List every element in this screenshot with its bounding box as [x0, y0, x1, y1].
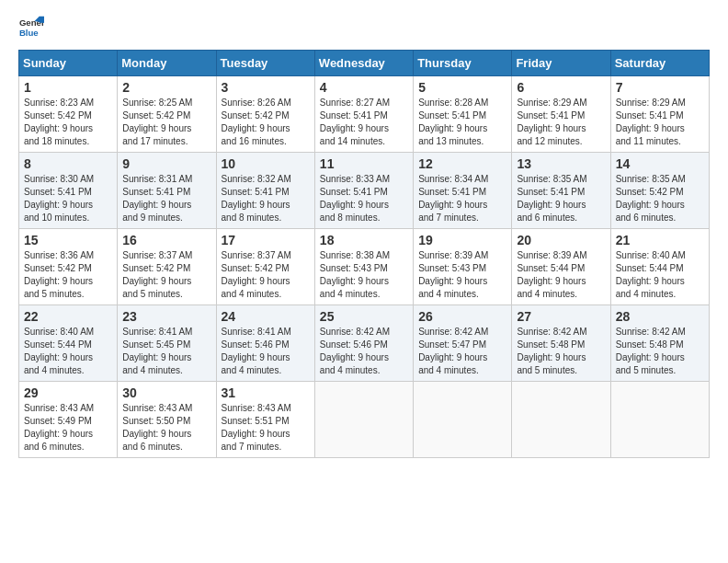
day-number: 7: [616, 80, 704, 95]
calendar-cell: 15Sunrise: 8:36 AMSunset: 5:42 PMDayligh…: [19, 229, 118, 305]
day-info: Sunrise: 8:43 AMSunset: 5:50 PMDaylight:…: [122, 402, 210, 454]
weekday-header-monday: Monday: [118, 51, 216, 76]
calendar-cell: [314, 382, 413, 458]
day-number: 19: [418, 233, 506, 247]
day-info: Sunrise: 8:27 AMSunset: 5:41 PMDaylight:…: [320, 97, 408, 148]
header: General Blue: [18, 15, 710, 40]
calendar-week-row: 15Sunrise: 8:36 AMSunset: 5:42 PMDayligh…: [19, 229, 710, 305]
day-info: Sunrise: 8:36 AMSunset: 5:42 PMDaylight:…: [24, 249, 112, 301]
day-info: Sunrise: 8:42 AMSunset: 5:46 PMDaylight:…: [320, 326, 408, 377]
day-number: 8: [24, 156, 112, 171]
day-info: Sunrise: 8:40 AMSunset: 5:44 PMDaylight:…: [616, 249, 704, 301]
calendar-cell: 11Sunrise: 8:33 AMSunset: 5:41 PMDayligh…: [314, 153, 413, 229]
calendar-cell: 8Sunrise: 8:30 AMSunset: 5:41 PMDaylight…: [19, 153, 118, 229]
calendar-cell: 9Sunrise: 8:31 AMSunset: 5:41 PMDaylight…: [118, 153, 216, 229]
calendar-cell: 20Sunrise: 8:39 AMSunset: 5:44 PMDayligh…: [512, 229, 610, 305]
day-number: 3: [222, 80, 310, 95]
day-number: 20: [517, 233, 605, 247]
calendar-cell: 12Sunrise: 8:34 AMSunset: 5:41 PMDayligh…: [414, 153, 512, 229]
day-info: Sunrise: 8:37 AMSunset: 5:42 PMDaylight:…: [222, 249, 310, 301]
day-number: 24: [222, 309, 310, 324]
day-number: 30: [122, 385, 210, 400]
svg-text:Blue: Blue: [19, 28, 39, 38]
weekday-header-sunday: Sunday: [19, 51, 118, 76]
calendar-week-row: 1Sunrise: 8:23 AMSunset: 5:42 PMDaylight…: [19, 76, 710, 153]
calendar-table: SundayMondayTuesdayWednesdayThursdayFrid…: [18, 50, 710, 458]
day-info: Sunrise: 8:25 AMSunset: 5:42 PMDaylight:…: [122, 97, 210, 148]
day-info: Sunrise: 8:43 AMSunset: 5:51 PMDaylight:…: [222, 402, 310, 454]
calendar-cell: 21Sunrise: 8:40 AMSunset: 5:44 PMDayligh…: [610, 229, 709, 305]
day-number: 12: [418, 156, 506, 171]
calendar-cell: 1Sunrise: 8:23 AMSunset: 5:42 PMDaylight…: [19, 76, 118, 153]
calendar-cell: [414, 382, 512, 458]
weekday-header-row: SundayMondayTuesdayWednesdayThursdayFrid…: [19, 51, 710, 76]
day-info: Sunrise: 8:26 AMSunset: 5:42 PMDaylight:…: [222, 97, 310, 148]
day-info: Sunrise: 8:38 AMSunset: 5:43 PMDaylight:…: [320, 249, 408, 301]
calendar-cell: 10Sunrise: 8:32 AMSunset: 5:41 PMDayligh…: [216, 153, 314, 229]
weekday-header-wednesday: Wednesday: [314, 51, 413, 76]
weekday-header-thursday: Thursday: [414, 51, 512, 76]
day-number: 16: [122, 233, 210, 247]
calendar-cell: 19Sunrise: 8:39 AMSunset: 5:43 PMDayligh…: [414, 229, 512, 305]
day-info: Sunrise: 8:33 AMSunset: 5:41 PMDaylight:…: [320, 173, 408, 224]
day-number: 14: [616, 156, 704, 171]
day-info: Sunrise: 8:41 AMSunset: 5:45 PMDaylight:…: [122, 326, 210, 377]
calendar-cell: 23Sunrise: 8:41 AMSunset: 5:45 PMDayligh…: [118, 305, 216, 382]
calendar-week-row: 8Sunrise: 8:30 AMSunset: 5:41 PMDaylight…: [19, 153, 710, 229]
day-info: Sunrise: 8:30 AMSunset: 5:41 PMDaylight:…: [24, 173, 112, 224]
day-number: 4: [320, 80, 408, 95]
calendar-cell: 17Sunrise: 8:37 AMSunset: 5:42 PMDayligh…: [216, 229, 314, 305]
calendar-cell: [610, 382, 709, 458]
day-info: Sunrise: 8:29 AMSunset: 5:41 PMDaylight:…: [616, 97, 704, 148]
day-number: 22: [24, 309, 112, 324]
day-info: Sunrise: 8:28 AMSunset: 5:41 PMDaylight:…: [418, 97, 506, 148]
day-info: Sunrise: 8:37 AMSunset: 5:42 PMDaylight:…: [122, 249, 210, 301]
weekday-header-tuesday: Tuesday: [216, 51, 314, 76]
day-number: 17: [222, 233, 310, 247]
day-info: Sunrise: 8:32 AMSunset: 5:41 PMDaylight:…: [222, 173, 310, 224]
day-number: 29: [24, 385, 112, 400]
calendar-cell: 13Sunrise: 8:35 AMSunset: 5:41 PMDayligh…: [512, 153, 610, 229]
day-info: Sunrise: 8:35 AMSunset: 5:41 PMDaylight:…: [517, 173, 605, 224]
logo: General Blue: [18, 15, 48, 40]
day-info: Sunrise: 8:39 AMSunset: 5:44 PMDaylight:…: [517, 249, 605, 301]
day-info: Sunrise: 8:40 AMSunset: 5:44 PMDaylight:…: [24, 326, 112, 377]
day-number: 21: [616, 233, 704, 247]
day-info: Sunrise: 8:42 AMSunset: 5:48 PMDaylight:…: [517, 326, 605, 377]
day-info: Sunrise: 8:34 AMSunset: 5:41 PMDaylight:…: [418, 173, 506, 224]
day-number: 5: [418, 80, 506, 95]
day-number: 15: [24, 233, 112, 247]
calendar-cell: 31Sunrise: 8:43 AMSunset: 5:51 PMDayligh…: [216, 382, 314, 458]
calendar-cell: 3Sunrise: 8:26 AMSunset: 5:42 PMDaylight…: [216, 76, 314, 153]
day-number: 31: [222, 385, 310, 400]
day-info: Sunrise: 8:42 AMSunset: 5:48 PMDaylight:…: [616, 326, 704, 377]
day-info: Sunrise: 8:39 AMSunset: 5:43 PMDaylight:…: [418, 249, 506, 301]
calendar-cell: 30Sunrise: 8:43 AMSunset: 5:50 PMDayligh…: [118, 382, 216, 458]
calendar-cell: 4Sunrise: 8:27 AMSunset: 5:41 PMDaylight…: [314, 76, 413, 153]
day-number: 10: [222, 156, 310, 171]
calendar-week-row: 22Sunrise: 8:40 AMSunset: 5:44 PMDayligh…: [19, 305, 710, 382]
calendar-cell: 27Sunrise: 8:42 AMSunset: 5:48 PMDayligh…: [512, 305, 610, 382]
day-number: 25: [320, 309, 408, 324]
day-info: Sunrise: 8:31 AMSunset: 5:41 PMDaylight:…: [122, 173, 210, 224]
calendar-cell: 28Sunrise: 8:42 AMSunset: 5:48 PMDayligh…: [610, 305, 709, 382]
calendar-cell: 18Sunrise: 8:38 AMSunset: 5:43 PMDayligh…: [314, 229, 413, 305]
calendar-cell: 26Sunrise: 8:42 AMSunset: 5:47 PMDayligh…: [414, 305, 512, 382]
day-number: 18: [320, 233, 408, 247]
calendar-cell: 2Sunrise: 8:25 AMSunset: 5:42 PMDaylight…: [118, 76, 216, 153]
calendar-cell: 16Sunrise: 8:37 AMSunset: 5:42 PMDayligh…: [118, 229, 216, 305]
day-info: Sunrise: 8:29 AMSunset: 5:41 PMDaylight:…: [517, 97, 605, 148]
day-info: Sunrise: 8:35 AMSunset: 5:42 PMDaylight:…: [616, 173, 704, 224]
calendar-cell: 5Sunrise: 8:28 AMSunset: 5:41 PMDaylight…: [414, 76, 512, 153]
logo-icon: General Blue: [18, 15, 44, 40]
calendar-week-row: 29Sunrise: 8:43 AMSunset: 5:49 PMDayligh…: [19, 382, 710, 458]
day-info: Sunrise: 8:42 AMSunset: 5:47 PMDaylight:…: [418, 326, 506, 377]
day-number: 26: [418, 309, 506, 324]
weekday-header-saturday: Saturday: [610, 51, 709, 76]
calendar-cell: 24Sunrise: 8:41 AMSunset: 5:46 PMDayligh…: [216, 305, 314, 382]
day-info: Sunrise: 8:43 AMSunset: 5:49 PMDaylight:…: [24, 402, 112, 454]
day-number: 13: [517, 156, 605, 171]
calendar-cell: 6Sunrise: 8:29 AMSunset: 5:41 PMDaylight…: [512, 76, 610, 153]
calendar-cell: 25Sunrise: 8:42 AMSunset: 5:46 PMDayligh…: [314, 305, 413, 382]
day-number: 23: [122, 309, 210, 324]
